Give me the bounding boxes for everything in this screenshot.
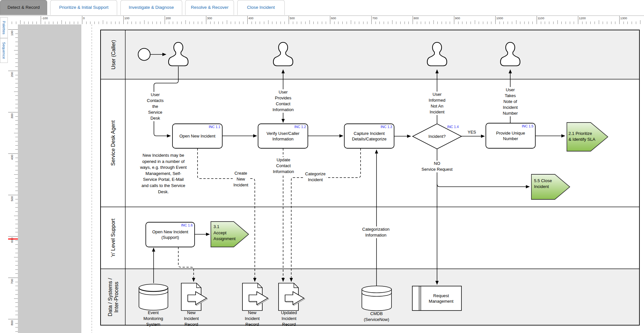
diagram-canvas[interactable]	[0, 0, 644, 333]
h-ruler-minor-tick	[487, 22, 487, 24]
h-ruler-minor-tick	[239, 22, 240, 24]
h-ruler-minor-tick	[86, 22, 87, 24]
h-ruler-minor-tick	[99, 22, 99, 24]
h-ruler-minor-tick	[49, 22, 49, 24]
h-ruler-minor-tick	[189, 22, 190, 24]
tab-resolve-recover[interactable]: Resolve & Recover	[185, 0, 234, 15]
edge-label-categorization-info[interactable]: Categorization Information	[362, 226, 390, 238]
h-ruler-minor-tick	[376, 22, 376, 24]
h-ruler-minor-tick	[586, 22, 586, 24]
edge-label-update-contact[interactable]: Update Contact Information	[272, 157, 295, 175]
h-ruler-minor-tick	[462, 22, 462, 24]
h-ruler-minor-tick	[313, 22, 314, 24]
h-ruler-major-tick	[82, 16, 82, 24]
dock-tab-sequence[interactable]: Sequence	[0, 38, 8, 63]
lane-title-user-caller[interactable]: User (Caller)	[101, 30, 125, 79]
edge-label-user-provides[interactable]: User Provides Contact Information	[272, 89, 294, 113]
h-ruler-minor-tick	[388, 22, 388, 24]
h-ruler-minor-tick	[590, 22, 591, 24]
h-ruler-minor-tick	[508, 22, 508, 24]
v-ruler-minor-tick	[15, 58, 18, 59]
h-ruler-minor-tick	[140, 22, 140, 24]
h-ruler-minor-tick	[297, 22, 297, 24]
h-ruler-minor-tick	[404, 22, 405, 24]
h-ruler-major-tick	[537, 16, 537, 24]
h-ruler-major-tick	[247, 16, 248, 24]
h-ruler-minor-tick	[169, 22, 169, 24]
v-ruler-minor-tick	[15, 286, 18, 286]
edge-label-user-informed[interactable]: User Informed Not An Incident	[428, 92, 446, 115]
h-ruler-minor-tick	[128, 22, 128, 24]
h-ruler-minor-tick	[268, 20, 268, 24]
v-ruler-minor-tick	[15, 327, 18, 327]
v-ruler-minor-tick	[14, 92, 18, 92]
v-ruler-minor-tick	[15, 228, 18, 228]
h-ruler-minor-tick	[148, 22, 148, 24]
dock-tab-palettes[interactable]: Palettes	[0, 17, 8, 38]
label-prioritize-sla[interactable]: 2.1 Prioritize & Identify SLA	[569, 131, 595, 142]
h-ruler-minor-tick	[632, 22, 632, 24]
v-ruler-major-tick	[8, 319, 18, 319]
v-ruler-minor-tick	[15, 170, 18, 170]
edge-label-user-takes[interactable]: User Takes Note of Incident Number	[502, 87, 518, 116]
v-ruler-major-tick	[8, 112, 18, 112]
h-ruler-minor-tick	[475, 20, 475, 24]
edge-label-create-new[interactable]: Create New Incident	[233, 170, 249, 188]
v-ruler-minor-tick	[15, 244, 18, 245]
cmdb-cylinder[interactable]	[362, 286, 391, 311]
lane-title-service-desk-agent[interactable]: Service Desk Agent	[101, 79, 125, 207]
v-ruler-minor-tick	[15, 331, 18, 332]
v-ruler-minor-tick	[15, 46, 18, 46]
v-ruler-minor-tick	[15, 137, 18, 137]
h-ruler-minor-tick	[603, 22, 603, 24]
annotation-new-incidents-note[interactable]: New Incidents may be opened in a number …	[140, 152, 186, 195]
h-ruler-minor-tick	[111, 22, 111, 24]
v-ruler-minor-tick	[15, 141, 18, 141]
h-ruler-minor-tick	[363, 22, 363, 24]
event-monitoring-cylinder[interactable]	[139, 284, 168, 310]
v-ruler-minor-tick	[15, 100, 18, 100]
h-ruler-minor-tick	[20, 20, 21, 24]
tab-investigate-diagnose[interactable]: Investigate & Diagnose	[120, 0, 182, 15]
h-ruler-minor-tick	[12, 22, 12, 24]
inc-code-1-5: INC 1.5	[511, 124, 533, 128]
label-close55[interactable]: 5.5 Close Incident	[534, 178, 552, 190]
h-ruler-label: 1300	[620, 16, 627, 20]
lane-title-n-level-support[interactable]: 'n' Level Support	[101, 207, 125, 269]
h-ruler-minor-tick	[574, 22, 574, 24]
edge-label-user-contacts[interactable]: User Contacts the Service Desk	[146, 92, 164, 121]
h-ruler-minor-tick	[425, 22, 425, 24]
v-ruler-major-tick	[8, 153, 18, 154]
h-ruler-minor-tick	[45, 22, 45, 24]
h-ruler-minor-tick	[70, 22, 70, 24]
start-event[interactable]	[138, 49, 150, 61]
tab-prioritize-support[interactable]: Prioritize & Initial Support	[50, 0, 117, 15]
h-ruler-minor-tick	[218, 22, 219, 24]
h-ruler-minor-tick	[318, 22, 318, 24]
label-accept31[interactable]: 3.1 Accept Assignment	[213, 224, 236, 242]
h-ruler-major-tick	[206, 16, 206, 24]
v-ruler-minor-tick	[15, 207, 18, 208]
v-ruler-minor-tick	[15, 253, 18, 253]
v-ruler-minor-tick	[15, 83, 18, 83]
h-ruler-major-tick	[578, 16, 578, 24]
v-ruler-minor-tick	[15, 95, 18, 96]
tab-detect-record[interactable]: Detect & Record	[0, 0, 47, 15]
v-ruler-minor-tick	[15, 108, 18, 108]
v-ruler-minor-tick	[15, 182, 18, 183]
lane-title-data-systems[interactable]: Data / Systems / Inter-Process	[101, 269, 125, 325]
edge-label-categorize[interactable]: Categorize Incident	[305, 171, 326, 183]
tab-close-incident[interactable]: Close Incident	[237, 0, 285, 15]
label-cmdb-servicenow: CMDB (ServiceNow)	[364, 311, 389, 323]
h-ruler-minor-tick	[528, 22, 529, 24]
h-ruler-minor-tick	[595, 22, 595, 24]
edge-label-no-service-request[interactable]: NO Service Request	[421, 161, 453, 172]
label-request-management[interactable]: Request Management	[421, 286, 461, 311]
v-ruler-minor-tick	[15, 191, 18, 191]
h-ruler-minor-tick	[553, 22, 554, 24]
h-ruler-minor-tick	[491, 22, 491, 24]
h-ruler-minor-tick	[516, 20, 516, 24]
edge-label-yes[interactable]: YES	[467, 129, 477, 135]
h-ruler-label: 300	[207, 16, 212, 20]
h-ruler-minor-tick	[252, 22, 252, 24]
